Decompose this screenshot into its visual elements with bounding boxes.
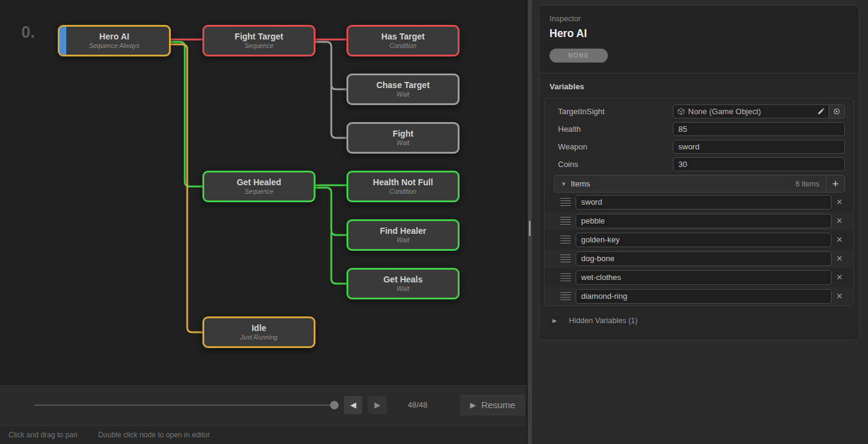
- drag-handle-icon[interactable]: [560, 254, 571, 262]
- tree-node-get-heals[interactable]: Get HealsWait: [346, 268, 460, 299]
- object-reference-value: None (Game Object): [688, 107, 813, 116]
- step-back-icon: ◀: [350, 401, 356, 409]
- splitter-handle[interactable]: [529, 220, 531, 236]
- variable-label: Weapon: [558, 142, 673, 151]
- health-value-input[interactable]: [673, 122, 845, 136]
- node-subtitle: Sequence: [244, 42, 273, 50]
- remove-item-button[interactable]: ✕: [832, 195, 847, 210]
- inspector-pane: Inspector Hero AI NONE Variables TargetI…: [532, 0, 868, 444]
- edit-pencil-icon[interactable]: [813, 105, 828, 118]
- tree-node-health-not-full[interactable]: Health Not FullCondition: [346, 171, 460, 202]
- remove-item-button[interactable]: ✕: [832, 270, 847, 285]
- variable-row-coins: Coins: [545, 155, 853, 173]
- coins-value-input[interactable]: [673, 157, 845, 171]
- item-name-input[interactable]: [576, 214, 832, 228]
- node-title: Hero AI: [99, 32, 129, 42]
- frame-counter: 48/48: [404, 400, 432, 409]
- tree-node-chase-target[interactable]: Chase TargetWait: [346, 73, 460, 105]
- remove-item-button[interactable]: ✕: [832, 233, 847, 247]
- add-item-button[interactable]: +: [826, 176, 844, 192]
- remove-item-button[interactable]: ✕: [832, 289, 847, 304]
- variable-row-weapon: Weapon: [545, 138, 853, 155]
- item-name-input[interactable]: [576, 289, 832, 304]
- collapse-icon[interactable]: ▼: [561, 181, 567, 187]
- resume-button[interactable]: ▶ Resume: [460, 395, 525, 415]
- drag-handle-icon[interactable]: [560, 217, 571, 225]
- status-badge[interactable]: NONE: [549, 49, 608, 63]
- inspector-card: Inspector Hero AI NONE Variables TargetI…: [539, 5, 859, 340]
- hint-separator-dot: ·: [86, 431, 89, 439]
- variable-rows: TargetInSightNone (Game Object)HealthWea…: [545, 103, 853, 173]
- tree-node-idle[interactable]: IdleJust Running: [202, 316, 315, 348]
- step-forward-button[interactable]: ▶: [368, 396, 387, 414]
- node-subtitle: Just Running: [240, 333, 277, 341]
- drag-handle-icon[interactable]: [560, 292, 571, 300]
- edge-fight-target-to-fight: [331, 87, 346, 138]
- node-title: Idle: [252, 323, 266, 333]
- item-name-input[interactable]: [576, 233, 832, 247]
- items-label: Items: [571, 179, 796, 188]
- tree-canvas[interactable]: 0. Hero AISequence AlwaysFight TargetSeq…: [0, 0, 526, 384]
- item-row-dog-bone: ✕: [545, 249, 853, 268]
- node-title: Get Heals: [384, 275, 423, 285]
- panel-splitter[interactable]: [526, 0, 532, 444]
- drag-handle-icon[interactable]: [560, 273, 571, 281]
- tree-node-fight[interactable]: FightWait: [346, 122, 460, 154]
- node-title: Fight: [393, 129, 413, 139]
- playback-bar: ◀ ▶ 48/48 ▶ Resume: [0, 384, 526, 425]
- item-row-wet-clothes: ✕: [545, 268, 853, 287]
- variable-label: TargetInSight: [558, 107, 673, 116]
- node-title: Fight Target: [235, 32, 283, 42]
- item-row-golden-key: ✕: [545, 230, 853, 249]
- item-row-pebble: ✕: [545, 211, 853, 230]
- tree-node-has-target[interactable]: Has TargetCondition: [346, 25, 460, 56]
- node-subtitle: Wait: [397, 91, 410, 98]
- active-node-indicator: [60, 27, 66, 55]
- items-list-header[interactable]: ▼ Items 6 Items +: [554, 175, 845, 193]
- edge-hero-ai-to-idle: [171, 44, 202, 332]
- slider-thumb[interactable]: [330, 401, 339, 409]
- inspector-header: Inspector Hero AI NONE: [539, 5, 859, 73]
- object-picker-button[interactable]: [828, 105, 844, 118]
- play-icon: ▶: [470, 401, 475, 409]
- hint-pan: Click and drag to pan: [9, 431, 77, 439]
- drag-handle-icon[interactable]: [560, 236, 571, 244]
- node-title: Health Not Full: [373, 177, 433, 188]
- edge-get-healed-to-get-heals: [331, 233, 346, 284]
- object-reference-field[interactable]: None (Game Object): [673, 104, 845, 118]
- inspector-label: Inspector: [549, 15, 849, 23]
- item-row-sword: ✕: [545, 193, 853, 211]
- variable-row-targetinsight: TargetInSightNone (Game Object): [545, 103, 853, 120]
- tree-node-hero-ai[interactable]: Hero AISequence Always: [58, 25, 171, 56]
- remove-item-button[interactable]: ✕: [832, 251, 847, 266]
- plus-icon: +: [832, 177, 839, 190]
- edge-fight-target-to-chase-target: [315, 42, 346, 89]
- node-title: Get Healed: [236, 177, 281, 188]
- edge-get-healed-to-find-healer: [315, 188, 346, 235]
- resume-label: Resume: [481, 400, 515, 410]
- item-name-input[interactable]: [576, 270, 832, 285]
- hint-open-editor: Double click node to open in editor: [98, 431, 210, 439]
- node-subtitle: Condition: [390, 42, 416, 50]
- variable-label: Health: [558, 125, 673, 134]
- item-name-input[interactable]: [576, 251, 832, 266]
- tree-node-fight-target[interactable]: Fight TargetSequence: [202, 25, 315, 56]
- item-name-input[interactable]: [576, 195, 832, 210]
- remove-item-button[interactable]: ✕: [832, 214, 847, 228]
- hidden-variables-label: Hidden Variables (1): [569, 316, 638, 325]
- tree-node-find-healer[interactable]: Find HealerWait: [346, 219, 460, 251]
- step-back-button[interactable]: ◀: [344, 396, 362, 414]
- timeline-slider[interactable]: [35, 400, 334, 410]
- item-rows: ✕✕✕✕✕✕: [545, 193, 853, 306]
- node-title: Chase Target: [376, 80, 430, 91]
- node-subtitle: Condition: [390, 188, 416, 196]
- weapon-value-input[interactable]: [673, 140, 845, 154]
- game-object-cube-icon: [677, 108, 685, 115]
- drag-handle-icon[interactable]: [560, 198, 571, 206]
- inspector-body: Variables TargetInSightNone (Game Object…: [539, 73, 859, 340]
- variables-box: TargetInSightNone (Game Object)HealthWea…: [544, 98, 854, 306]
- slider-track: [35, 405, 334, 406]
- hidden-variables-toggle[interactable]: ▶ Hidden Variables (1): [539, 316, 859, 325]
- expand-icon: ▶: [553, 318, 557, 324]
- tree-node-get-healed[interactable]: Get HealedSequence: [202, 171, 315, 202]
